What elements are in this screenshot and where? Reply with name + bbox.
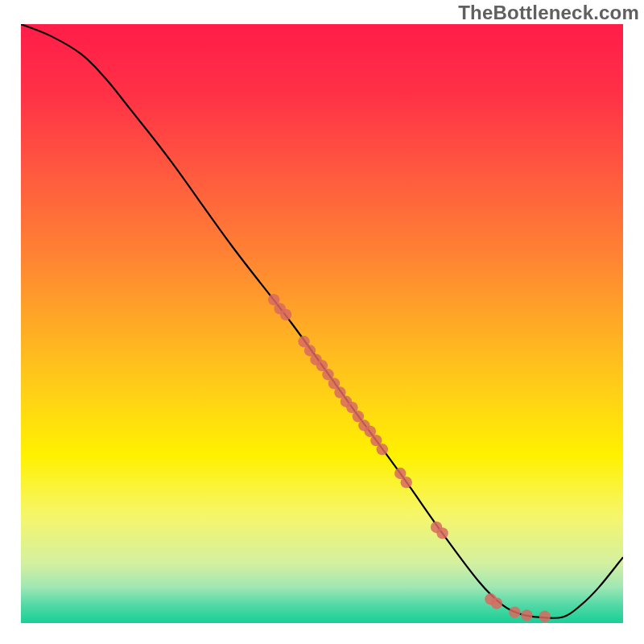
sample-marker [377,444,388,455]
chart-svg [21,24,623,623]
chart-stage: TheBottleneck.com [0,0,644,644]
sample-marker [509,606,520,617]
chart-plot-area [21,24,623,623]
chart-background [21,24,623,623]
sample-marker [539,611,551,622]
sample-marker [521,609,532,621]
watermark-text: TheBottleneck.com [458,2,639,24]
sample-marker [491,597,502,609]
sample-marker [401,477,412,488]
sample-marker [280,309,291,320]
sample-marker [436,527,448,539]
